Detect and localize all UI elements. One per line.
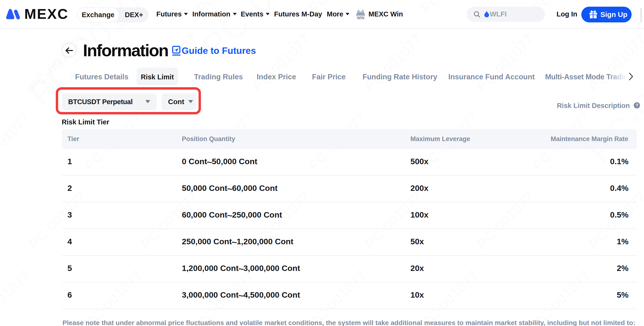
svg-text:WIN: WIN — [357, 16, 364, 20]
